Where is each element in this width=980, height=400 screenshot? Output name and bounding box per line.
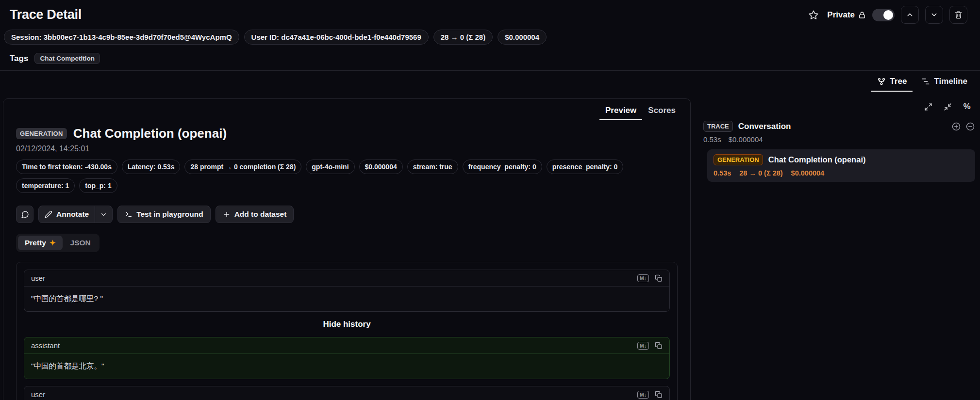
tab-timeline-label: Timeline [934,77,967,86]
user-id-badge[interactable]: User ID: dc47a41e-06bc-400d-bde1-f0e440d… [244,30,429,45]
observation-metric-pills: Time to first token: -430.00s Latency: 0… [3,160,690,193]
json-toggle[interactable]: JSON [64,236,98,250]
tab-scores[interactable]: Scores [642,103,681,120]
plus-circle-icon [951,122,961,131]
pill-temperature: temperature: 1 [16,178,75,193]
observation-header: GENERATION Chat Completion (openai) [3,126,690,141]
add-to-dataset-label: Add to dataset [234,210,287,219]
markdown-toggle-icon[interactable]: M↓ [637,391,649,399]
session-badge[interactable]: Session: 3bb00ec7-1b13-4c9b-85ee-3d9d70f… [4,30,239,45]
collapse-all-button[interactable] [939,98,956,115]
copy-icon [655,342,663,350]
message-header: user M↓ [24,386,669,400]
message-tools: M↓ [637,274,663,282]
trace-type-badge: TRACE [703,121,733,132]
pretty-label: Pretty [25,239,46,247]
chevron-down-icon [100,211,107,218]
trace-cost: $0.000004 [729,135,763,144]
pill-time-to-first-token: Time to first token: -430.00s [16,160,117,174]
copy-icon [655,274,663,282]
pill-model: gpt-4o-mini [306,160,354,174]
test-in-playground-button[interactable]: Test in playground [117,206,211,223]
trace-detail-page: Trace Detail Private [0,0,980,400]
tags-row: Tags Chat Competition [0,53,980,64]
star-icon [808,10,819,20]
tab-timeline[interactable]: Timeline [915,71,973,92]
next-trace-button[interactable] [925,6,943,24]
message-tools: M↓ [637,342,663,350]
plus-icon [223,210,231,218]
collapse-all-icon [944,103,952,111]
generation-node-metrics: 0.53s 28 → 0 (Σ 28) $0.000004 [714,169,969,177]
show-percentages-button[interactable]: % [959,98,975,115]
lock-icon [858,11,866,19]
message-card-user-1: user M↓ "中国的首都是哪里? " [24,270,670,312]
public-sharing-toggle[interactable] [872,9,895,21]
comment-icon [21,210,29,219]
main-content: Preview Scores GENERATION Chat Completio… [0,92,980,400]
pill-top-p: top_p: 1 [79,178,117,193]
previous-trace-button[interactable] [901,6,919,24]
pill-frequency-penalty: frequency_penalty: 0 [463,160,542,174]
trace-metrics: 0.53s $0.000004 [703,135,975,144]
message-tools: M↓ [637,391,663,399]
trace-node-actions [951,122,975,131]
expand-all-button[interactable] [920,98,936,115]
expand-node-button[interactable] [951,122,961,131]
view-tabs: Tree Timeline [0,70,980,92]
generation-node-title: Chat Completion (openai) [768,155,866,164]
add-to-dataset-button[interactable]: Add to dataset [216,206,294,223]
observation-timestamp: 02/12/2024, 14:25:01 [3,144,690,153]
observation-title: Chat Completion (openai) [73,126,227,141]
observation-panel-tabs: Preview Scores [3,99,690,120]
header-actions: Private [806,6,967,24]
cost-badge[interactable]: $0.000004 [498,30,547,45]
message-header: assistant M↓ [24,337,669,354]
bookmark-star-button[interactable] [806,8,821,22]
playground-label: Test in playground [136,210,203,219]
annotate-button-group: Annotate [38,206,113,223]
message-card-assistant: assistant M↓ "中国的首都是北京。" [24,337,670,379]
markdown-toggle-icon[interactable]: M↓ [637,342,649,350]
generation-token-usage: 28 → 0 (Σ 28) [739,169,782,177]
pill-stream: stream: true [407,160,458,174]
privacy-label: Private [827,10,855,20]
trace-tree-panel: % TRACE Conversation [703,98,976,182]
collapse-node-button[interactable] [965,122,975,131]
message-role: assistant [31,341,60,350]
trace-node[interactable]: TRACE Conversation [703,121,975,132]
observation-actions: Annotate Test in playground [3,206,690,223]
chevron-up-icon [906,11,914,19]
trace-title: Conversation [738,122,791,131]
generation-latency: 0.53s [714,169,731,177]
message-role: user [31,274,45,282]
generation-node-selected[interactable]: GENERATION Chat Completion (openai) 0.53… [707,149,975,182]
message-content: "中国的首都是北京。" [24,354,669,379]
tag-chat-competition[interactable]: Chat Competition [34,53,100,64]
copy-button[interactable] [655,342,663,350]
delete-trace-button[interactable] [949,6,967,24]
pill-token-usage: 28 prompt → 0 completion (Σ 28) [184,160,301,174]
toggle-knob [883,10,893,20]
trace-meta-row: Session: 3bb00ec7-1b13-4c9b-85ee-3d9d70f… [0,27,980,45]
token-usage-badge[interactable]: 28 → 0 (Σ 28) [433,30,493,45]
pill-presence-penalty: presence_penalty: 0 [547,160,624,174]
tab-tree[interactable]: Tree [871,71,913,92]
comments-button[interactable] [16,206,33,223]
generation-cost: $0.000004 [791,169,825,177]
copy-icon [655,391,663,399]
annotate-dropdown-button[interactable] [95,206,112,223]
privacy-status: Private [827,10,866,20]
pill-cost: $0.000004 [359,160,403,174]
markdown-toggle-icon[interactable]: M↓ [637,274,649,282]
copy-button[interactable] [655,391,663,399]
copy-button[interactable] [655,274,663,282]
hide-history-toggle[interactable]: Hide history [24,320,670,329]
annotate-button[interactable]: Annotate [39,206,95,223]
tab-preview[interactable]: Preview [599,103,642,120]
tree-toolbar: % [703,98,975,115]
timeline-icon [921,77,930,86]
pretty-toggle[interactable]: Pretty ✦ [18,236,63,250]
message-role: user [31,390,45,399]
chevron-down-icon [930,11,938,19]
